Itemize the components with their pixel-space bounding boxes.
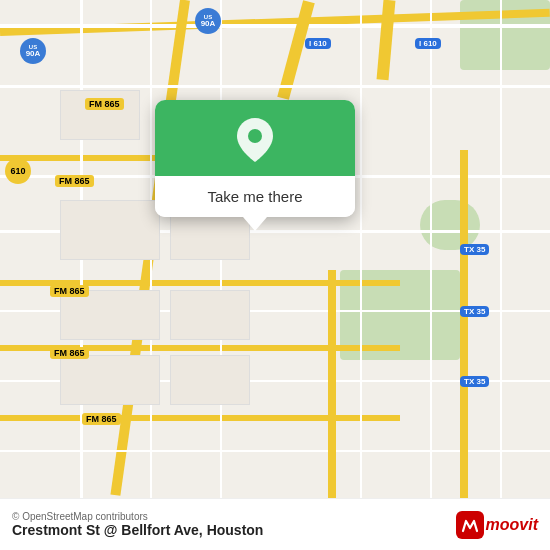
popup-icon-area — [155, 100, 355, 176]
location-title: Crestmont St @ Bellfort Ave, Houston — [12, 522, 263, 538]
svg-rect-1 — [456, 511, 484, 539]
svg-point-0 — [248, 129, 262, 143]
road-v3 — [328, 270, 336, 500]
block-6 — [170, 355, 250, 405]
block-1 — [60, 200, 160, 260]
badge-fm865-3: FM 865 — [50, 285, 89, 297]
badge-us90a-left: US 90A — [20, 38, 46, 64]
take-me-there-button[interactable]: Take me there — [155, 176, 355, 217]
badge-i610-1: I 610 — [305, 38, 331, 49]
block-4 — [170, 290, 250, 340]
badge-tx35-3: TX 35 — [460, 376, 489, 387]
badge-fm865-4: FM 865 — [50, 347, 89, 359]
road-v5 — [430, 0, 432, 500]
road-tx35 — [460, 150, 468, 500]
location-popup: Take me there — [155, 100, 355, 217]
badge-610: 610 — [5, 158, 31, 184]
location-pin-icon — [237, 118, 273, 162]
bottom-bar: © OpenStreetMap contributors Crestmont S… — [0, 498, 550, 550]
green-area-3 — [420, 200, 480, 250]
badge-tx35-1: TX 35 — [460, 244, 489, 255]
block-5 — [60, 355, 160, 405]
badge-fm865-2: FM 865 — [55, 175, 94, 187]
road-h9 — [0, 415, 400, 421]
badge-us90a-top: US 90A — [195, 8, 221, 34]
badge-fm865-1: FM 865 — [85, 98, 124, 110]
badge-tx35-2: TX 35 — [460, 306, 489, 317]
road-v4 — [360, 0, 362, 500]
moovit-logo: moovit — [456, 511, 538, 539]
badge-fm865-5: FM 865 — [82, 413, 121, 425]
block-3 — [60, 290, 160, 340]
map-container: US 90A US 90A FM 865 FM 865 FM 865 FM 86… — [0, 0, 550, 550]
moovit-icon — [456, 511, 484, 539]
road-v6 — [500, 0, 502, 500]
bottom-bar-left: © OpenStreetMap contributors Crestmont S… — [12, 511, 263, 538]
moovit-text: moovit — [486, 516, 538, 534]
badge-i610-2: I 610 — [415, 38, 441, 49]
osm-attribution: © OpenStreetMap contributors — [12, 511, 263, 522]
